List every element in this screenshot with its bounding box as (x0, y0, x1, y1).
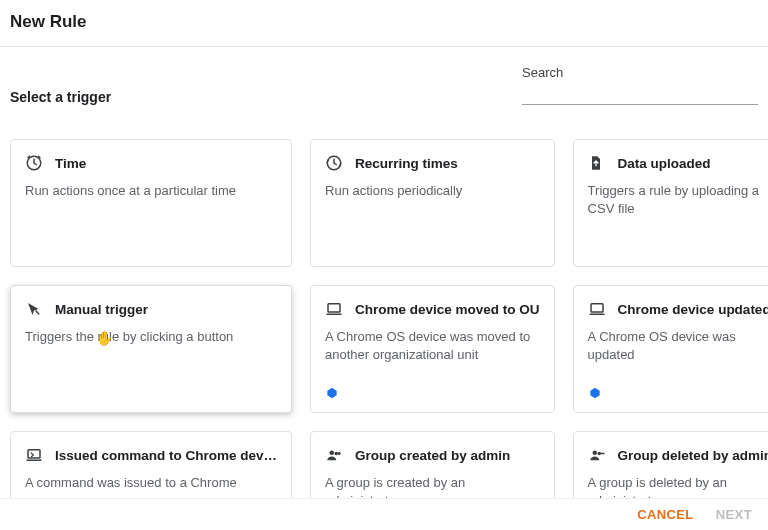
card-title: Chrome device updated (618, 302, 768, 317)
card-desc: A Chrome OS device was updated (588, 328, 768, 364)
group-remove-icon (588, 446, 606, 464)
group-add-icon (325, 446, 343, 464)
laptop-icon (588, 300, 606, 318)
trigger-card-data-uploaded[interactable]: Data uploaded Triggers a rule by uploadi… (573, 139, 768, 267)
laptop-command-icon (25, 446, 43, 464)
card-title: Group created by admin (355, 448, 510, 463)
file-upload-icon (588, 154, 606, 172)
header: New Rule (0, 0, 768, 47)
card-desc: Triggers the rule by clicking a button (25, 328, 277, 346)
trigger-card-device-moved[interactable]: Chrome device moved to OU A Chrome OS de… (310, 285, 555, 413)
card-desc: Triggers a rule by uploading a CSV file (588, 182, 768, 218)
trigger-grid: Time Run actions once at a particular ti… (0, 109, 768, 517)
section-title: Select a trigger (10, 89, 111, 105)
card-desc: A command was issued to a Chrome (25, 474, 277, 492)
card-title: Data uploaded (618, 156, 711, 171)
cursor-click-icon (25, 300, 43, 318)
next-button[interactable]: Next (716, 507, 752, 522)
trigger-card-time[interactable]: Time Run actions once at a particular ti… (10, 139, 292, 267)
trigger-card-manual[interactable]: Manual trigger Triggers the rule by clic… (10, 285, 292, 413)
footer: Cancel Next (0, 498, 768, 530)
card-title: Chrome device moved to OU (355, 302, 540, 317)
clock-icon (25, 154, 43, 172)
card-desc: Run actions periodically (325, 182, 540, 200)
search-field[interactable]: Search (522, 65, 758, 105)
trigger-card-recurring[interactable]: Recurring times Run actions periodically (310, 139, 555, 267)
hexagon-badge-icon (588, 386, 602, 400)
card-title: Issued command to Chrome dev… (55, 448, 277, 463)
card-title: Recurring times (355, 156, 458, 171)
search-input[interactable] (522, 82, 758, 105)
laptop-icon (325, 300, 343, 318)
cancel-button[interactable]: Cancel (637, 507, 694, 522)
recurring-icon (325, 154, 343, 172)
card-title: Time (55, 156, 86, 171)
card-desc: A Chrome OS device was moved to another … (325, 328, 540, 364)
hexagon-badge-icon (325, 386, 339, 400)
card-desc: Run actions once at a particular time (25, 182, 277, 200)
search-label: Search (522, 65, 758, 82)
card-title: Group deleted by admin (618, 448, 768, 463)
trigger-card-device-updated[interactable]: Chrome device updated A Chrome OS device… (573, 285, 768, 413)
page-title: New Rule (10, 12, 758, 32)
card-title: Manual trigger (55, 302, 148, 317)
